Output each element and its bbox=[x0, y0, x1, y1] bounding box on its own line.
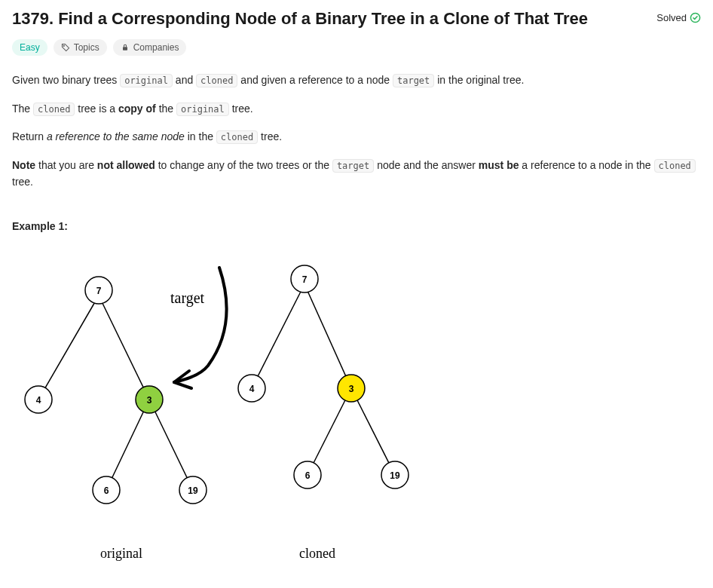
svg-line-13 bbox=[304, 284, 351, 388]
paragraph-1: Given two binary trees original and clon… bbox=[12, 72, 701, 89]
node-6: 6 bbox=[305, 470, 311, 481]
caption-original: original bbox=[100, 546, 142, 561]
problem-title: 1379. Find a Corresponding Node of a Bin… bbox=[12, 9, 588, 29]
code-cloned: cloned bbox=[216, 130, 258, 144]
problem-content: Given two binary trees original and clon… bbox=[12, 72, 701, 573]
node-3: 3 bbox=[349, 384, 354, 394]
svg-point-1 bbox=[63, 45, 64, 46]
paragraph-4: Note that you are not allowed to change … bbox=[12, 158, 701, 190]
svg-rect-2 bbox=[123, 47, 127, 51]
node-4: 4 bbox=[36, 395, 41, 406]
paragraph-2: The cloned tree is a copy of the origina… bbox=[12, 101, 701, 118]
svg-line-5 bbox=[106, 400, 149, 490]
topics-badge[interactable]: Topics bbox=[54, 39, 107, 56]
solved-label: Solved bbox=[656, 12, 687, 23]
paragraph-3: Return a reference to the same node in t… bbox=[12, 129, 701, 145]
code-cloned: cloned bbox=[196, 74, 237, 87]
node-3: 3 bbox=[147, 395, 152, 406]
svg-line-15 bbox=[351, 388, 395, 475]
lock-icon bbox=[121, 43, 130, 52]
node-19: 19 bbox=[188, 485, 198, 496]
example-diagram: 7 4 3 6 19 target 7 4 3 bbox=[12, 249, 434, 573]
code-original: original bbox=[176, 103, 229, 116]
companies-label: Companies bbox=[133, 42, 179, 53]
code-cloned: cloned bbox=[33, 103, 75, 116]
topics-label: Topics bbox=[74, 42, 99, 53]
difficulty-badge[interactable]: Easy bbox=[12, 39, 47, 56]
companies-badge[interactable]: Companies bbox=[113, 39, 187, 56]
svg-line-12 bbox=[252, 284, 304, 388]
svg-line-3 bbox=[38, 296, 99, 400]
header-row: 1379. Find a Corresponding Node of a Bin… bbox=[12, 9, 701, 39]
svg-line-6 bbox=[149, 400, 193, 490]
solved-status: Solved bbox=[656, 12, 701, 23]
badge-row: Easy Topics Companies bbox=[12, 39, 701, 56]
node-4: 4 bbox=[249, 384, 255, 394]
code-target: target bbox=[393, 74, 434, 87]
node-7: 7 bbox=[302, 274, 308, 285]
node-6: 6 bbox=[104, 485, 109, 496]
example-label: Example 1: bbox=[12, 220, 701, 232]
arrow-shaft bbox=[174, 268, 227, 382]
target-annotation: target bbox=[170, 289, 205, 307]
svg-line-14 bbox=[308, 388, 351, 475]
node-7: 7 bbox=[96, 286, 102, 296]
tree-cloned: 7 4 3 6 19 bbox=[238, 265, 409, 488]
tag-icon bbox=[61, 43, 70, 52]
code-original: original bbox=[120, 74, 173, 87]
caption-cloned: cloned bbox=[299, 546, 335, 561]
node-19: 19 bbox=[390, 470, 400, 481]
code-target: target bbox=[332, 159, 374, 173]
code-cloned: cloned bbox=[654, 159, 696, 173]
tree-original: 7 4 3 6 19 bbox=[25, 277, 207, 504]
check-circle-icon bbox=[690, 12, 701, 23]
svg-line-4 bbox=[99, 296, 149, 400]
